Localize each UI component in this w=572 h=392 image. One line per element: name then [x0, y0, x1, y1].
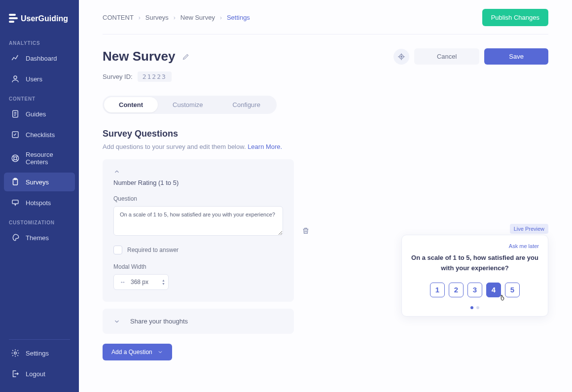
rating-option-5[interactable]: 5: [505, 283, 520, 297]
sidebar-item-users[interactable]: Users: [4, 70, 75, 88]
save-button[interactable]: Save: [484, 48, 548, 65]
sidebar-item-surveys[interactable]: Surveys: [4, 173, 75, 191]
user-icon: [11, 74, 20, 83]
add-question-button[interactable]: Add a Question: [103, 344, 172, 360]
ask-me-later-link[interactable]: Ask me later: [411, 243, 539, 249]
question-card-expanded: Number Rating (1 to 5) Question Required…: [103, 159, 294, 302]
chevron-right-icon: ›: [220, 14, 222, 21]
sidebar-item-settings[interactable]: Settings: [4, 344, 75, 362]
rating-option-1[interactable]: 1: [430, 283, 445, 297]
question-type: Number Rating (1 to 5): [113, 179, 283, 186]
live-preview-badge-wrap: Live Preview: [510, 224, 548, 233]
cancel-button[interactable]: Cancel: [414, 48, 479, 65]
svg-point-4: [14, 157, 17, 160]
tab-configure[interactable]: Configure: [218, 97, 275, 112]
brand-name: UserGuiding: [21, 14, 68, 23]
section-description: Add questions to your survey and edit th…: [103, 143, 548, 150]
chart-icon: [11, 54, 20, 63]
sidebar-item-label: Resource Centers: [26, 151, 68, 166]
arrows-horizontal-icon: ↔: [120, 279, 126, 285]
publish-changes-button[interactable]: Publish Changes: [482, 9, 548, 26]
svg-point-8: [14, 352, 17, 355]
breadcrumb-surveys[interactable]: Surveys: [145, 14, 169, 21]
gear-icon: [11, 349, 20, 357]
sidebar-item-resource-centers[interactable]: Resource Centers: [4, 146, 75, 171]
tabs: Content Customize Configure: [103, 96, 277, 114]
live-preview-badge: Live Preview: [510, 224, 548, 234]
rating-option-3[interactable]: 3: [467, 283, 482, 297]
trash-icon[interactable]: [302, 227, 310, 235]
sidebar-item-label: Guides: [26, 110, 46, 118]
dot-2[interactable]: [476, 306, 479, 309]
sidebar-item-label: Settings: [26, 350, 49, 357]
topbar: CONTENT › Surveys › New Survey › Setting…: [103, 9, 548, 35]
chevron-down-icon: [113, 318, 120, 325]
sidebar-item-dashboard[interactable]: Dashboard: [4, 49, 75, 68]
required-label: Required to answer: [127, 247, 179, 253]
svg-point-0: [14, 76, 17, 79]
modal-width-value: 368 px: [131, 279, 148, 285]
sidebar-item-label: Users: [26, 75, 42, 83]
collapsed-question-label: Share your thoughts: [130, 318, 188, 325]
modal-width-label: Modal Width: [113, 263, 283, 270]
chevron-down-icon: [157, 349, 163, 355]
breadcrumb-new-survey[interactable]: New Survey: [180, 14, 215, 21]
sidebar-item-checklists[interactable]: Checklists: [4, 125, 75, 144]
live-preview-card: Ask me later On a scale of 1 to 5, how s…: [401, 235, 548, 317]
dot-1[interactable]: [470, 306, 473, 309]
chevron-right-icon: ›: [139, 14, 141, 21]
pencil-icon[interactable]: [182, 53, 190, 61]
clipboard-icon: [11, 178, 20, 186]
survey-id-label: Survey ID:: [103, 73, 133, 80]
rating-option-4[interactable]: 4: [486, 283, 501, 297]
survey-id-row: Survey ID: 21223: [103, 71, 548, 82]
chevron-up-icon[interactable]: [113, 168, 120, 175]
sidebar-heading-analytics: ANALYTICS: [0, 34, 79, 48]
logo: UserGuiding: [0, 0, 79, 34]
modal-width-input[interactable]: ↔ 368 px ▲▼: [113, 274, 169, 290]
lifebuoy-icon: [11, 154, 20, 163]
sidebar-item-guides[interactable]: Guides: [4, 105, 75, 123]
checklist-icon: [11, 130, 20, 139]
page-title: New Survey: [103, 49, 175, 64]
breadcrumb-content[interactable]: CONTENT: [103, 14, 134, 21]
tab-content[interactable]: Content: [104, 97, 158, 112]
tab-customize[interactable]: Customize: [158, 97, 217, 112]
section-title: Survey Questions: [103, 129, 548, 139]
tooltip-icon: [11, 198, 20, 207]
add-question-label: Add a Question: [111, 349, 152, 356]
title-row: New Survey Cancel Save: [103, 35, 548, 65]
document-icon: [11, 109, 20, 118]
sidebar-item-hotspots[interactable]: Hotspots: [4, 193, 75, 212]
rating-option-2[interactable]: 2: [449, 283, 464, 297]
svg-rect-7: [12, 200, 18, 204]
sidebar-item-label: Dashboard: [26, 55, 57, 62]
sidebar-item-label: Surveys: [26, 178, 49, 186]
rating-row: 1 2 3 4 5: [411, 283, 539, 297]
sidebar-item-label: Hotspots: [26, 199, 51, 207]
stepper-icon[interactable]: ▲▼: [162, 279, 165, 285]
required-checkbox[interactable]: [113, 246, 122, 254]
question-card-collapsed[interactable]: Share your thoughts: [103, 309, 294, 334]
sidebar-item-label: Checklists: [26, 131, 55, 139]
palette-icon: [11, 233, 20, 242]
preview-question: On a scale of 1 to 5, how satisfied are …: [411, 253, 539, 274]
sidebar-heading-customization: CUSTOMIZATION: [0, 213, 79, 227]
target-button[interactable]: [393, 49, 409, 65]
sidebar-item-label: Logout: [26, 370, 45, 378]
question-textarea[interactable]: [113, 206, 283, 236]
sidebar-item-themes[interactable]: Themes: [4, 228, 75, 247]
main-content: CONTENT › Surveys › New Survey › Setting…: [79, 0, 572, 392]
logout-icon: [11, 369, 20, 378]
divider: [9, 339, 70, 340]
breadcrumb-settings: Settings: [227, 14, 250, 21]
sidebar-heading-content: CONTENT: [0, 89, 79, 104]
pagination-dots: [411, 306, 539, 309]
sidebar-item-logout[interactable]: Logout: [4, 364, 75, 383]
logo-icon: [9, 14, 18, 24]
breadcrumb: CONTENT › Surveys › New Survey › Setting…: [103, 14, 250, 21]
question-label: Question: [113, 195, 283, 202]
sidebar: UserGuiding ANALYTICS Dashboard Users CO…: [0, 0, 79, 392]
learn-more-link[interactable]: Learn More.: [248, 143, 282, 150]
chevron-right-icon: ›: [174, 14, 176, 21]
